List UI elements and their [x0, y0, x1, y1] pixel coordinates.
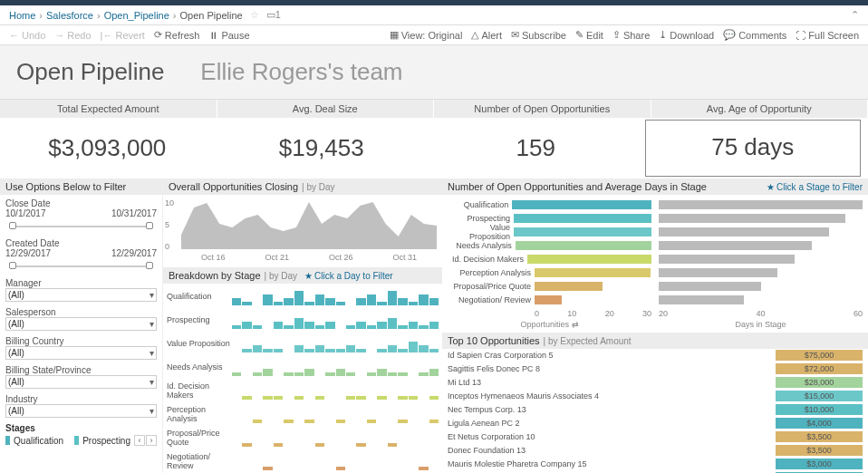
collapse-icon[interactable]: ⌃ — [851, 9, 859, 21]
kpi-head-4: Avg. Age of Opportunity — [651, 100, 869, 118]
top10-title: Top 10 Opportunities — [448, 335, 540, 346]
stages-next[interactable]: › — [146, 435, 157, 446]
close-date-slider[interactable] — [9, 220, 153, 233]
table-row[interactable]: Id Sapien Cras Corporation 5$75,000 — [448, 349, 863, 362]
prospecting-swatch[interactable] — [74, 436, 79, 445]
redo-button[interactable]: → Redo — [54, 30, 91, 41]
breadcrumb-workbook[interactable]: Open_Pipeline — [104, 10, 169, 21]
breakdown-chart-title: Breakdown by Stage — [169, 270, 261, 281]
team-title: Ellie Rogers's team — [200, 58, 402, 86]
kpi-val-2: $19,453 — [215, 118, 429, 179]
breadcrumb-salesforce[interactable]: Salesforce — [46, 10, 93, 21]
table-row[interactable]: Mi Ltd 13$28,000 — [448, 376, 863, 389]
breakdown-chart[interactable]: QualificationProspectingValue Propositio… — [163, 284, 442, 473]
industry-label: Industry — [5, 394, 157, 404]
breadcrumb-current: Open Pipeline — [180, 10, 243, 21]
kpi-head-2: Avg. Deal Size — [217, 100, 435, 118]
view-button[interactable]: ▦ View: Original — [390, 29, 463, 41]
qualification-swatch[interactable] — [5, 436, 10, 445]
salesperson-label: Salesperson — [5, 307, 157, 317]
table-row[interactable]: Donec Foundation 13$3,500 — [448, 444, 863, 457]
subscribe-button[interactable]: ✉ Subscribe — [511, 29, 566, 41]
top10-table[interactable]: Id Sapien Cras Corporation 5$75,000Sagit… — [442, 349, 868, 473]
click-stage-link[interactable]: ★Click a Stage to Filter — [767, 182, 863, 192]
salesperson-select[interactable]: (All)▾ — [5, 317, 157, 331]
comments-button[interactable]: 💬 Comments — [723, 29, 786, 41]
click-day-link[interactable]: ★Click a Day to Filter — [304, 271, 393, 281]
pause-button[interactable]: ⏸ Pause — [208, 30, 249, 41]
industry-select[interactable]: (All)▾ — [5, 404, 157, 418]
kpi-val-1: $3,093,000 — [0, 118, 215, 179]
kpi-val-4[interactable]: 75 days — [645, 120, 862, 177]
tabs-icon[interactable]: ▭1 — [266, 9, 281, 21]
table-row[interactable]: Nec Tempus Corp. 13$10,000 — [448, 403, 863, 416]
manager-select[interactable]: (All)▾ — [5, 288, 157, 302]
page-title: Open Pipeline — [16, 58, 164, 86]
share-button[interactable]: ⇪ Share — [612, 29, 650, 41]
edit-button[interactable]: ✎ Edit — [575, 29, 603, 41]
country-select[interactable]: (All)▾ — [5, 346, 157, 360]
breadcrumb: Home› Salesforce› Open_Pipeline› Open Pi… — [0, 5, 868, 24]
country-label: Billing Country — [5, 336, 157, 346]
kpi-val-3: 159 — [429, 118, 643, 179]
stages-label: Stages — [5, 423, 157, 433]
breadcrumb-home[interactable]: Home — [9, 10, 35, 21]
manager-label: Manager — [5, 278, 157, 288]
toolbar: ← Undo → Redo |← Revert ⟳ Refresh ⏸ Paus… — [0, 24, 868, 45]
fullscreen-button[interactable]: ⛶ Full Screen — [796, 30, 859, 41]
stage-hbar-chart[interactable]: QualificationProspectingValue Propositio… — [442, 195, 868, 333]
created-date-label: Created Date — [5, 238, 157, 248]
table-row[interactable]: Mauris Molestie Pharetra Company 15$3,00… — [448, 458, 863, 470]
table-row[interactable]: Inceptos Hymenaeos Mauris Associates 4$1… — [448, 390, 863, 402]
overall-area-chart[interactable]: 10 5 0 Oct 16Oct 21 Oct 26Oct 31 — [163, 195, 442, 267]
overall-chart-title: Overall Opportunities Closing — [169, 181, 298, 192]
revert-button[interactable]: |← Revert — [101, 30, 145, 41]
state-select[interactable]: (All)▾ — [5, 375, 157, 389]
state-label: Billing State/Province — [5, 365, 157, 375]
stage-chart-title: Number of Open Opportunities and Average… — [448, 181, 707, 192]
filters-heading: Use Options Below to Filter — [0, 179, 162, 195]
undo-button[interactable]: ← Undo — [9, 30, 45, 41]
close-date-label: Close Date — [5, 198, 157, 208]
stages-prev[interactable]: ‹ — [134, 435, 145, 446]
table-row[interactable]: Et Netus Corporation 10$3,500 — [448, 430, 863, 443]
table-row[interactable]: Sagittis Felis Donec PC 8$72,000 — [448, 362, 863, 375]
download-button[interactable]: ⤓ Download — [659, 29, 714, 41]
favorite-icon[interactable]: ☆ — [250, 9, 259, 21]
created-date-slider[interactable] — [9, 260, 153, 273]
alert-button[interactable]: △ Alert — [471, 29, 502, 41]
kpi-head-1: Total Expected Amount — [0, 100, 217, 118]
kpi-head-3: Number of Open Opportunities — [434, 100, 651, 118]
table-row[interactable]: Ligula Aenean PC 2$4,000 — [448, 417, 863, 430]
refresh-button[interactable]: ⟳ Refresh — [154, 29, 200, 41]
